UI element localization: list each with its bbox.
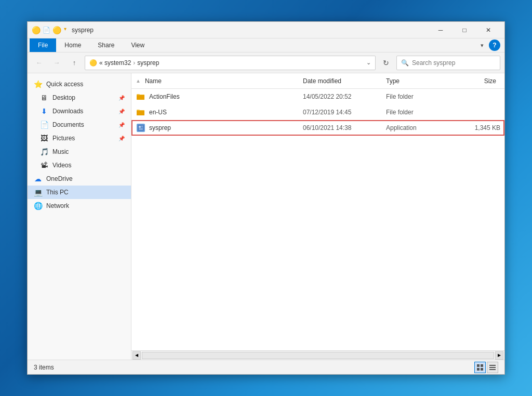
ribbon-extra: ▾ ?	[477, 39, 502, 51]
sidebar-label-music: Music	[52, 148, 125, 155]
forward-button[interactable]: →	[49, 56, 64, 70]
horizontal-scrollbar[interactable]: ◀ ▶	[131, 350, 504, 360]
sidebar-item-music[interactable]: 🎵 Music	[28, 145, 131, 159]
desktop-icon: 🖥	[40, 94, 48, 102]
en-us-name: en-US	[149, 109, 303, 116]
sidebar-item-onedrive[interactable]: ☁ OneDrive	[28, 172, 131, 186]
actionfiles-name: ActionFiles	[149, 93, 303, 100]
col-header-name[interactable]: Name	[145, 75, 166, 87]
svg-rect-14	[139, 129, 143, 130]
back-button[interactable]: ←	[32, 56, 46, 70]
search-bar[interactable]: 🔍	[396, 56, 500, 70]
main-content: ⭐ Quick access 🖥 Desktop 📌 ⬇ Downloads 📌…	[28, 73, 504, 360]
tab-view[interactable]: View	[123, 38, 153, 52]
sidebar-item-pictures[interactable]: 🖼 Pictures 📌	[28, 131, 131, 145]
minimize-button[interactable]: ─	[429, 22, 453, 38]
documents-icon: 📄	[40, 121, 48, 129]
title-folder2-icon: 🟡	[52, 26, 61, 34]
search-icon: 🔍	[401, 59, 409, 67]
sysprep-type: Application	[386, 124, 448, 131]
sidebar-item-documents[interactable]: 📄 Documents 📌	[28, 118, 131, 131]
sysprep-app-icon	[136, 123, 146, 133]
file-area: ▲ Name Date modified Type Size	[131, 73, 504, 360]
address-bar: ← → ↑ 🟡 « system32 › sysprep ⌄ ↻ 🔍	[28, 52, 504, 73]
documents-pin-icon: 📌	[118, 122, 125, 128]
sidebar-item-downloads[interactable]: ⬇ Downloads 📌	[28, 104, 131, 118]
file-row-en-us[interactable]: en-US 07/12/2019 14:45 File folder	[131, 104, 504, 120]
svg-rect-12	[141, 127, 143, 127]
quick-access-icon: ⭐	[34, 80, 42, 88]
svg-rect-3	[137, 95, 144, 100]
tab-file[interactable]: File	[30, 38, 56, 52]
window-title: sysprep	[72, 27, 429, 34]
tab-home[interactable]: Home	[56, 38, 89, 52]
sidebar-label-pictures: Pictures	[52, 135, 114, 142]
svg-rect-15	[477, 364, 480, 367]
file-row-actionfiles[interactable]: ActionFiles 14/05/2022 20:52 File folder	[131, 89, 504, 104]
col-header-size[interactable]: Size	[448, 75, 500, 87]
scroll-left-button[interactable]: ◀	[132, 351, 141, 360]
help-button[interactable]: ?	[489, 39, 500, 51]
window-controls: ─ □ ✕	[429, 22, 500, 38]
sidebar: ⭐ Quick access 🖥 Desktop 📌 ⬇ Downloads 📌…	[28, 73, 131, 360]
column-header: ▲ Name Date modified Type Size	[131, 73, 504, 89]
col-header-date[interactable]: Date modified	[303, 75, 386, 87]
breadcrumb-current: sysprep	[137, 59, 159, 67]
close-button[interactable]: ✕	[476, 22, 500, 38]
sidebar-label-network: Network	[46, 202, 125, 209]
en-us-date: 07/12/2019 14:45	[303, 109, 386, 116]
svg-rect-13	[139, 128, 143, 129]
title-bar: 🟡 📄 🟡 ▾ sysprep ─ □ ✕	[28, 22, 504, 38]
breadcrumb-path: « system32	[99, 59, 131, 67]
sidebar-item-thispc[interactable]: 💻 This PC	[28, 186, 131, 199]
svg-rect-7	[137, 111, 144, 115]
sidebar-label-quick-access: Quick access	[46, 81, 125, 88]
title-folder-icon: 🟡	[32, 26, 40, 34]
refresh-button[interactable]: ↻	[379, 56, 393, 70]
grid-view-button[interactable]	[474, 362, 486, 373]
ribbon-tabs: File Home Share View ▾ ?	[28, 38, 504, 52]
breadcrumb-chevron-icon[interactable]: ⌄	[366, 59, 371, 66]
title-arrow-icon: ▾	[64, 26, 66, 34]
sidebar-label-videos: Videos	[52, 162, 125, 169]
up-button[interactable]: ↑	[67, 56, 82, 70]
items-count: 3 items	[34, 364, 54, 371]
sidebar-item-quick-access[interactable]: ⭐ Quick access	[28, 77, 131, 91]
breadcrumb-bar[interactable]: 🟡 « system32 › sysprep ⌄	[85, 56, 376, 70]
sysprep-name: sysprep	[149, 124, 303, 131]
search-input[interactable]	[412, 59, 496, 67]
onedrive-icon: ☁	[34, 175, 42, 183]
file-row-sysprep[interactable]: sysprep 06/10/2021 14:38 Application 1,3…	[131, 120, 504, 136]
file-list: ActionFiles 14/05/2022 20:52 File folder	[131, 89, 504, 350]
svg-rect-17	[477, 368, 480, 371]
svg-rect-19	[489, 365, 496, 366]
svg-rect-16	[481, 364, 483, 367]
svg-rect-20	[489, 367, 496, 368]
scroll-right-button[interactable]: ▶	[495, 351, 503, 360]
sysprep-size: 1,345 KB	[448, 124, 500, 131]
sysprep-date: 06/10/2021 14:38	[303, 124, 386, 131]
scroll-track[interactable]	[142, 352, 494, 359]
sidebar-item-network[interactable]: 🌐 Network	[28, 199, 131, 213]
ribbon-collapse-chevron[interactable]: ▾	[477, 40, 487, 51]
actionfiles-type: File folder	[386, 93, 448, 100]
actionfiles-folder-icon	[136, 91, 146, 102]
tab-share[interactable]: Share	[89, 38, 123, 52]
title-bar-icons: 🟡 📄 🟡 ▾	[32, 26, 68, 34]
maximize-button[interactable]: □	[453, 22, 476, 38]
svg-rect-11	[141, 126, 143, 126]
network-icon: 🌐	[34, 202, 42, 210]
col-header-type[interactable]: Type	[386, 75, 448, 87]
breadcrumb-separator: ›	[133, 59, 135, 67]
title-doc-icon: 📄	[42, 26, 50, 34]
sidebar-label-thispc: This PC	[46, 189, 125, 196]
thispc-icon: 💻	[34, 188, 42, 196]
pictures-icon: 🖼	[40, 134, 48, 142]
videos-icon: 📽	[40, 161, 48, 169]
sidebar-label-desktop: Desktop	[52, 94, 114, 101]
sidebar-item-videos[interactable]: 📽 Videos	[28, 159, 131, 172]
desktop-pin-icon: 📌	[118, 95, 125, 101]
en-us-type: File folder	[386, 109, 448, 116]
list-view-button[interactable]	[487, 362, 498, 373]
sidebar-item-desktop[interactable]: 🖥 Desktop 📌	[28, 91, 131, 104]
